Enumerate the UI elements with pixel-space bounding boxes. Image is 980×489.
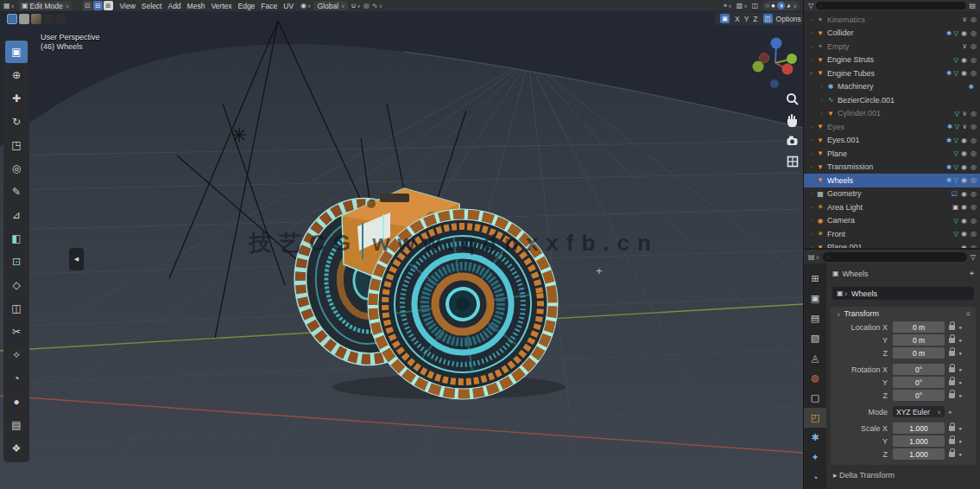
animate-dot-icon[interactable]: ● <box>958 451 962 457</box>
lock-icon[interactable] <box>949 351 955 356</box>
extrude-region-tool-button[interactable]: ◧ <box>5 227 28 250</box>
hide-eye-icon[interactable]: ◉ <box>961 176 967 184</box>
animate-dot-icon[interactable]: ● <box>958 425 962 431</box>
disable-in-viewport-icon[interactable]: ◎ <box>971 137 977 144</box>
shading-dropdown-icon[interactable]: ∨ <box>793 3 797 9</box>
properties-tab-object[interactable]: ◰ <box>804 408 826 428</box>
disable-in-viewport-icon[interactable]: ◎ <box>971 123 977 130</box>
hide-eye-icon[interactable]: ◉ <box>961 203 967 211</box>
animate-dot-icon[interactable]: ● <box>958 337 962 343</box>
lock-icon[interactable] <box>949 426 955 431</box>
lock-icon[interactable] <box>949 338 955 343</box>
outliner-item[interactable]: • ✱ Machinery ✱ <box>804 80 980 94</box>
mirror-icon[interactable]: ▣ <box>720 14 730 23</box>
mirror-y-button[interactable]: Y <box>743 15 751 23</box>
disable-in-viewport-icon[interactable]: ◎ <box>971 42 977 50</box>
outliner-item[interactable]: • ◉ Camera ▽ ◉◎ <box>804 214 980 228</box>
cursor-tool-button[interactable]: ⊕ <box>5 64 28 86</box>
value-field[interactable]: 0° <box>893 377 945 388</box>
bevel-tool-button[interactable]: ◇ <box>5 274 28 296</box>
delta-transform-section[interactable]: ▸ Delta Transform <box>833 471 980 479</box>
disable-in-viewport-icon[interactable]: ◎ <box>971 29 977 37</box>
object-name-field[interactable]: ▣∨ Wheels <box>832 287 974 300</box>
disable-in-viewport-icon[interactable]: ◎ <box>971 203 977 211</box>
menu-vertex[interactable]: Vertex <box>208 2 234 10</box>
proportional-edit-icon[interactable]: ◎ <box>364 2 370 10</box>
proportional-falloff-icon[interactable]: ∿∨ <box>372 2 383 10</box>
scale-tool-button[interactable]: ◳ <box>5 134 28 156</box>
snap-to-icon[interactable]: ◫ <box>763 14 773 23</box>
hide-eye-icon[interactable]: ◉ <box>961 69 967 77</box>
editor-type-icon[interactable]: ▦∨ <box>3 2 15 10</box>
value-field[interactable]: 0° <box>893 390 945 401</box>
hide-eye-icon[interactable]: ◉ <box>961 230 967 238</box>
smooth-tool-button[interactable]: ● <box>5 391 28 413</box>
animate-dot-icon[interactable]: ● <box>958 324 962 330</box>
outliner-item[interactable]: • ▼ Plane ▽ ◉◎ <box>804 147 980 161</box>
move-tool-button[interactable]: ✚ <box>5 87 28 110</box>
menu-select[interactable]: Select <box>139 2 165 10</box>
hide-eye-icon[interactable]: ∨ <box>962 110 967 117</box>
outliner-item[interactable]: • ☀ Area Light ▣ ◉◎ <box>804 200 980 214</box>
edge-slide-tool-button[interactable]: ▤ <box>5 414 28 436</box>
menu-uv[interactable]: UV <box>281 2 296 10</box>
object-browse-icon[interactable]: ▣∨ <box>837 289 848 297</box>
select-mode-extend-icon[interactable] <box>19 14 29 24</box>
disable-in-viewport-icon[interactable]: ◎ <box>971 190 977 198</box>
outliner-filter-icon[interactable]: ▤ <box>969 2 976 10</box>
value-field[interactable]: 0 m <box>893 321 945 333</box>
properties-editor-icon[interactable]: ▤∨ <box>808 253 819 261</box>
annotate-tool-button[interactable]: ✎ <box>5 181 28 203</box>
properties-tab-world[interactable]: ◍ <box>804 368 826 388</box>
animate-dot-icon[interactable]: ● <box>958 379 962 385</box>
transform-section-header[interactable]: ∨ Transform ≡ <box>831 307 976 321</box>
orientation-dropdown[interactable]: Global∨ <box>313 1 348 10</box>
menu-add[interactable]: Add <box>165 2 183 10</box>
properties-tab-modifiers[interactable]: ✱ <box>804 428 826 448</box>
hide-eye-icon[interactable]: ◉ <box>961 29 967 37</box>
properties-tab-physics[interactable]: ◔ <box>804 467 826 487</box>
lock-icon[interactable] <box>949 439 955 444</box>
properties-tab-collection[interactable]: ▢ <box>804 388 826 408</box>
show-overlays-icon[interactable]: ▥∨ <box>737 2 748 10</box>
rotate-tool-button[interactable]: ↻ <box>5 111 28 133</box>
hide-eye-icon[interactable]: ◉ <box>961 190 967 198</box>
menu-view[interactable]: View <box>117 2 138 10</box>
shading-wireframe-icon[interactable]: ○ <box>765 2 769 10</box>
shading-material-icon[interactable]: ◑ <box>777 2 785 10</box>
animate-dot-icon[interactable]: ● <box>958 366 962 372</box>
zoom-icon[interactable] <box>785 92 800 106</box>
loop-cut-tool-button[interactable]: ◫ <box>5 297 28 320</box>
outliner-item[interactable]: • ☀ Front ▽ ◉◎ <box>804 227 980 241</box>
poly-build-tool-button[interactable]: ✧ <box>5 344 28 366</box>
mirror-z-button[interactable]: Z <box>751 15 759 23</box>
camera-view-icon[interactable] <box>785 133 800 148</box>
properties-tab-particles[interactable]: ✦ <box>804 448 826 467</box>
disable-in-viewport-icon[interactable]: ◎ <box>971 217 977 225</box>
show-gizmo-icon[interactable]: ⌖∨ <box>724 2 732 10</box>
shrink-fatten-tool-button[interactable]: ❖ <box>5 437 28 460</box>
properties-tab-scene[interactable]: ◬ <box>804 348 826 368</box>
value-field[interactable]: 1.000 <box>893 435 945 447</box>
animate-dot-icon[interactable]: ● <box>958 438 962 444</box>
menu-face[interactable]: Face <box>258 2 280 10</box>
shading-solid-icon[interactable]: ● <box>771 2 775 10</box>
hide-eye-icon[interactable]: ∨ <box>962 42 967 50</box>
outliner-item[interactable]: • ⌖ Kinematics ∨◎ <box>804 13 980 27</box>
menu-mesh[interactable]: Mesh <box>185 2 208 10</box>
transform-tool-button[interactable]: ◎ <box>5 157 28 180</box>
select-mode-new-icon[interactable] <box>7 14 17 24</box>
select-box-tool-button[interactable]: ▣ <box>5 41 28 63</box>
value-field[interactable]: 0 m <box>893 347 945 359</box>
outliner-item[interactable]: • ▦ Geometry ☑◉◎ <box>804 187 980 201</box>
pivot-point-icon[interactable]: ◉∨ <box>300 2 311 10</box>
spin-tool-button[interactable]: ◔ <box>5 367 28 390</box>
lock-icon[interactable] <box>949 325 955 330</box>
value-field[interactable]: 0 m <box>893 334 945 346</box>
disable-in-viewport-icon[interactable]: ◎ <box>971 163 977 171</box>
outliner-item[interactable]: • ▼ Eyes.001 ✱▽ ◉◎ <box>804 134 980 148</box>
section-menu-icon[interactable]: ≡ <box>966 310 971 318</box>
value-field[interactable]: 1.000 <box>893 422 945 434</box>
disable-in-viewport-icon[interactable]: ◎ <box>971 230 977 238</box>
properties-tab-render[interactable]: ▣ <box>804 289 826 308</box>
